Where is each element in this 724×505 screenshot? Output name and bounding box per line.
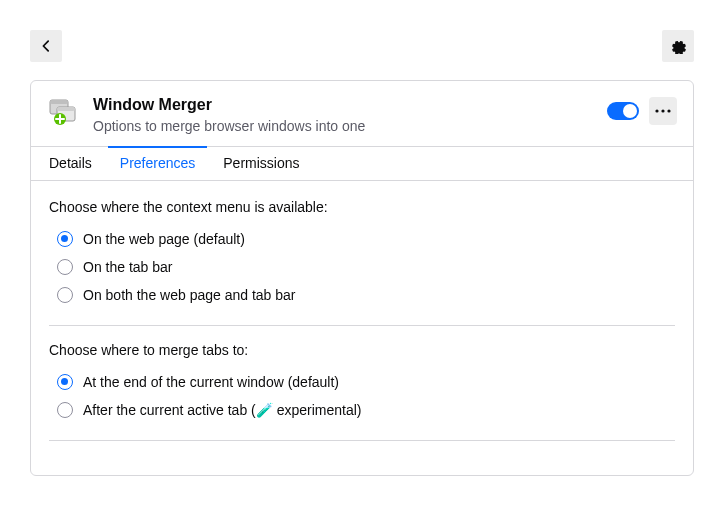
more-button[interactable] xyxy=(649,97,677,125)
gear-icon xyxy=(670,38,686,54)
card-header: Window Merger Options to merge browser w… xyxy=(31,81,693,146)
radio-context-both[interactable]: On both the web page and tab bar xyxy=(49,281,675,309)
tab-preferences[interactable]: Preferences xyxy=(106,147,209,180)
context-menu-label: Choose where the context menu is availab… xyxy=(49,199,675,215)
radio-icon xyxy=(57,287,73,303)
radio-icon xyxy=(57,259,73,275)
svg-rect-1 xyxy=(50,100,68,104)
svg-point-5 xyxy=(655,109,658,112)
extension-icon xyxy=(47,97,81,131)
radio-label: On the web page (default) xyxy=(83,231,245,247)
radio-merge-end[interactable]: At the end of the current window (defaul… xyxy=(49,368,675,396)
extension-title: Window Merger xyxy=(93,95,595,116)
svg-point-7 xyxy=(667,109,670,112)
extension-subtitle: Options to merge browser windows into on… xyxy=(93,118,595,134)
test-tube-icon: 🧪 xyxy=(256,402,273,418)
back-button[interactable] xyxy=(30,30,62,62)
radio-label: On the tab bar xyxy=(83,259,173,275)
radio-icon xyxy=(57,231,73,247)
merge-to-label: Choose where to merge tabs to: xyxy=(49,342,675,358)
section-divider xyxy=(49,440,675,441)
svg-rect-3 xyxy=(57,107,75,111)
section-divider xyxy=(49,325,675,326)
enable-toggle[interactable] xyxy=(607,102,639,120)
radio-icon xyxy=(57,402,73,418)
tabs: Details Preferences Permissions xyxy=(31,146,693,181)
svg-point-6 xyxy=(661,109,664,112)
settings-button[interactable] xyxy=(662,30,694,62)
extension-card: Window Merger Options to merge browser w… xyxy=(30,80,694,476)
tab-details[interactable]: Details xyxy=(35,147,106,180)
radio-context-webpage[interactable]: On the web page (default) xyxy=(49,225,675,253)
radio-merge-after-active[interactable]: After the current active tab (🧪 experime… xyxy=(49,396,675,424)
preferences-content: Choose where the context menu is availab… xyxy=(31,181,693,475)
chevron-left-icon xyxy=(39,39,53,53)
ellipsis-icon xyxy=(655,109,671,113)
radio-context-tabbar[interactable]: On the tab bar xyxy=(49,253,675,281)
tab-permissions[interactable]: Permissions xyxy=(209,147,313,180)
radio-label: At the end of the current window (defaul… xyxy=(83,374,339,390)
radio-label: On both the web page and tab bar xyxy=(83,287,296,303)
radio-icon xyxy=(57,374,73,390)
radio-label: After the current active tab (🧪 experime… xyxy=(83,402,361,418)
